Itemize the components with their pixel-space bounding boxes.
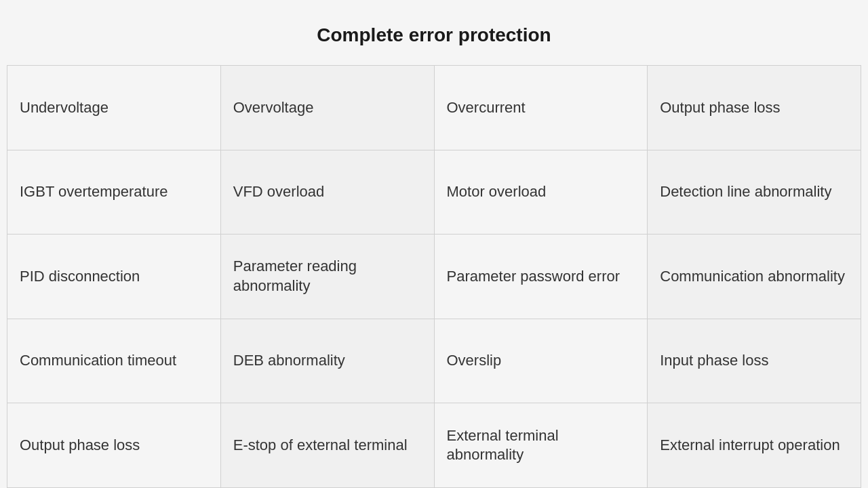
grid-cell-external-interrupt-operation: External interrupt operation bbox=[648, 403, 861, 488]
page-title: Complete error protection bbox=[7, 0, 861, 65]
grid-cell-input-phase-loss: Input phase loss bbox=[648, 319, 861, 404]
error-grid: UndervoltageOvervoltageOvercurrentOutput… bbox=[7, 65, 861, 488]
cell-text-vfd-overload: VFD overload bbox=[233, 182, 325, 202]
cell-text-output-phase-loss-1: Output phase loss bbox=[660, 98, 780, 118]
cell-text-motor-overload: Motor overload bbox=[447, 182, 547, 202]
cell-text-overslip: Overslip bbox=[447, 351, 502, 371]
grid-cell-output-phase-loss-1: Output phase loss bbox=[648, 66, 861, 150]
grid-cell-pid-disconnection: PID disconnection bbox=[7, 235, 221, 319]
grid-cell-external-terminal-abnormality: External terminal abnormality bbox=[435, 403, 648, 488]
grid-cell-igbt-overtemperature: IGBT overtemperature bbox=[7, 150, 221, 235]
grid-cell-communication-timeout: Communication timeout bbox=[7, 319, 221, 404]
cell-text-output-phase-loss-2: Output phase loss bbox=[20, 436, 140, 455]
cell-text-external-terminal-abnormality: External terminal abnormality bbox=[447, 426, 635, 465]
grid-cell-e-stop-external-terminal: E-stop of external terminal bbox=[221, 403, 435, 488]
cell-text-pid-disconnection: PID disconnection bbox=[20, 267, 140, 287]
cell-text-input-phase-loss: Input phase loss bbox=[660, 351, 768, 371]
cell-text-overvoltage: Overvoltage bbox=[233, 98, 314, 118]
grid-cell-detection-line-abnormality: Detection line abnormality bbox=[648, 150, 861, 235]
cell-text-parameter-reading-abnormality: Parameter reading abnormality bbox=[233, 257, 422, 296]
grid-cell-overcurrent: Overcurrent bbox=[435, 66, 648, 150]
page-container: Complete error protection UndervoltageOv… bbox=[0, 0, 868, 488]
grid-cell-vfd-overload: VFD overload bbox=[221, 150, 435, 235]
grid-cell-overslip: Overslip bbox=[435, 319, 648, 404]
cell-text-igbt-overtemperature: IGBT overtemperature bbox=[20, 182, 167, 202]
grid-cell-motor-overload: Motor overload bbox=[435, 150, 648, 235]
cell-text-e-stop-external-terminal: E-stop of external terminal bbox=[233, 436, 408, 455]
cell-text-parameter-password-error: Parameter password error bbox=[447, 267, 620, 287]
grid-cell-output-phase-loss-2: Output phase loss bbox=[7, 403, 221, 488]
cell-text-communication-abnormality: Communication abnormality bbox=[660, 267, 845, 287]
grid-cell-undervoltage: Undervoltage bbox=[7, 66, 221, 150]
grid-cell-parameter-reading-abnormality: Parameter reading abnormality bbox=[221, 235, 435, 319]
cell-text-undervoltage: Undervoltage bbox=[20, 98, 108, 118]
cell-text-overcurrent: Overcurrent bbox=[447, 98, 526, 118]
cell-text-external-interrupt-operation: External interrupt operation bbox=[660, 436, 840, 455]
grid-cell-communication-abnormality: Communication abnormality bbox=[648, 235, 861, 319]
grid-cell-overvoltage: Overvoltage bbox=[221, 66, 435, 150]
cell-text-deb-abnormality: DEB abnormality bbox=[233, 351, 345, 371]
cell-text-communication-timeout: Communication timeout bbox=[20, 351, 176, 371]
cell-text-detection-line-abnormality: Detection line abnormality bbox=[660, 182, 831, 202]
grid-cell-deb-abnormality: DEB abnormality bbox=[221, 319, 435, 404]
grid-cell-parameter-password-error: Parameter password error bbox=[435, 235, 648, 319]
